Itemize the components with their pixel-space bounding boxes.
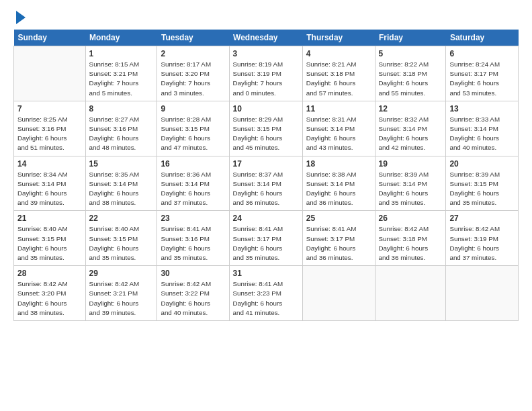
header-cell-monday: Monday <box>85 30 157 46</box>
day-number: 21 <box>17 214 82 223</box>
calendar-cell <box>375 266 446 321</box>
day-number: 3 <box>233 49 299 58</box>
day-number: 1 <box>89 49 154 58</box>
logo-arrow-icon <box>16 11 26 24</box>
day-number: 23 <box>161 214 225 223</box>
calendar-cell: 23Sunrise: 8:41 AM Sunset: 3:16 PM Dayli… <box>157 211 229 266</box>
day-number: 28 <box>17 269 82 278</box>
week-row-3: 21Sunrise: 8:40 AM Sunset: 3:15 PM Dayli… <box>14 211 519 266</box>
calendar-cell: 10Sunrise: 8:29 AM Sunset: 3:15 PM Dayli… <box>229 101 302 156</box>
header-row: SundayMondayTuesdayWednesdayThursdayFrid… <box>14 30 519 46</box>
day-number: 10 <box>233 104 299 113</box>
day-info: Sunrise: 8:21 AM Sunset: 3:18 PM Dayligh… <box>306 60 371 98</box>
day-number: 5 <box>379 49 443 58</box>
day-number: 26 <box>379 214 443 223</box>
day-info: Sunrise: 8:17 AM Sunset: 3:20 PM Dayligh… <box>161 60 225 98</box>
day-number: 6 <box>449 49 515 58</box>
calendar-cell: 20Sunrise: 8:39 AM Sunset: 3:15 PM Dayli… <box>446 156 519 211</box>
calendar-cell: 1Sunrise: 8:15 AM Sunset: 3:21 PM Daylig… <box>85 46 157 101</box>
day-number: 15 <box>89 159 154 169</box>
day-info: Sunrise: 8:24 AM Sunset: 3:17 PM Dayligh… <box>449 60 515 98</box>
day-info: Sunrise: 8:40 AM Sunset: 3:15 PM Dayligh… <box>17 224 82 263</box>
calendar-cell: 28Sunrise: 8:42 AM Sunset: 3:20 PM Dayli… <box>14 266 86 321</box>
day-number: 22 <box>89 214 154 223</box>
calendar-cell: 11Sunrise: 8:31 AM Sunset: 3:14 PM Dayli… <box>302 101 375 156</box>
day-info: Sunrise: 8:41 AM Sunset: 3:16 PM Dayligh… <box>161 224 225 263</box>
week-row-4: 28Sunrise: 8:42 AM Sunset: 3:20 PM Dayli… <box>14 266 519 321</box>
day-number: 30 <box>161 269 225 278</box>
day-info: Sunrise: 8:36 AM Sunset: 3:14 PM Dayligh… <box>161 170 225 208</box>
header-cell-wednesday: Wednesday <box>229 30 302 46</box>
day-info: Sunrise: 8:42 AM Sunset: 3:20 PM Dayligh… <box>17 279 82 318</box>
header-cell-sunday: Sunday <box>14 30 86 46</box>
day-info: Sunrise: 8:42 AM Sunset: 3:18 PM Dayligh… <box>379 224 443 263</box>
header-cell-thursday: Thursday <box>302 30 375 46</box>
calendar-cell: 24Sunrise: 8:41 AM Sunset: 3:17 PM Dayli… <box>229 211 302 266</box>
day-number: 20 <box>449 159 515 169</box>
calendar-cell: 21Sunrise: 8:40 AM Sunset: 3:15 PM Dayli… <box>14 211 86 266</box>
day-number: 29 <box>89 269 154 278</box>
day-info: Sunrise: 8:25 AM Sunset: 3:16 PM Dayligh… <box>17 115 82 153</box>
header <box>13 12 519 24</box>
calendar-cell: 15Sunrise: 8:35 AM Sunset: 3:14 PM Dayli… <box>85 156 157 211</box>
day-info: Sunrise: 8:15 AM Sunset: 3:21 PM Dayligh… <box>89 60 154 98</box>
day-number: 18 <box>306 159 371 169</box>
calendar-cell: 26Sunrise: 8:42 AM Sunset: 3:18 PM Dayli… <box>375 211 446 266</box>
day-number: 2 <box>161 49 225 58</box>
calendar-cell: 2Sunrise: 8:17 AM Sunset: 3:20 PM Daylig… <box>157 46 229 101</box>
day-info: Sunrise: 8:37 AM Sunset: 3:14 PM Dayligh… <box>233 170 299 208</box>
day-info: Sunrise: 8:41 AM Sunset: 3:17 PM Dayligh… <box>306 224 371 263</box>
calendar-cell <box>446 266 519 321</box>
calendar-cell: 5Sunrise: 8:22 AM Sunset: 3:18 PM Daylig… <box>375 46 446 101</box>
calendar-cell: 27Sunrise: 8:42 AM Sunset: 3:19 PM Dayli… <box>446 211 519 266</box>
calendar-cell: 7Sunrise: 8:25 AM Sunset: 3:16 PM Daylig… <box>14 101 86 156</box>
day-info: Sunrise: 8:31 AM Sunset: 3:14 PM Dayligh… <box>306 115 371 153</box>
day-number: 16 <box>161 159 225 169</box>
calendar-cell: 16Sunrise: 8:36 AM Sunset: 3:14 PM Dayli… <box>157 156 229 211</box>
calendar-cell: 29Sunrise: 8:42 AM Sunset: 3:21 PM Dayli… <box>85 266 157 321</box>
calendar-cell: 8Sunrise: 8:27 AM Sunset: 3:16 PM Daylig… <box>85 101 157 156</box>
week-row-0: 1Sunrise: 8:15 AM Sunset: 3:21 PM Daylig… <box>14 46 519 101</box>
header-cell-friday: Friday <box>375 30 446 46</box>
day-number: 27 <box>449 214 515 223</box>
calendar-cell: 18Sunrise: 8:38 AM Sunset: 3:14 PM Dayli… <box>302 156 375 211</box>
day-info: Sunrise: 8:29 AM Sunset: 3:15 PM Dayligh… <box>233 115 299 153</box>
day-number: 31 <box>233 269 299 278</box>
day-number: 12 <box>379 104 443 113</box>
day-number: 13 <box>449 104 515 113</box>
day-number: 19 <box>379 159 443 169</box>
calendar-cell: 19Sunrise: 8:39 AM Sunset: 3:14 PM Dayli… <box>375 156 446 211</box>
calendar-cell <box>14 46 86 101</box>
day-number: 4 <box>306 49 371 58</box>
day-number: 24 <box>233 214 299 223</box>
day-info: Sunrise: 8:38 AM Sunset: 3:14 PM Dayligh… <box>306 170 371 208</box>
day-info: Sunrise: 8:28 AM Sunset: 3:15 PM Dayligh… <box>161 115 225 153</box>
calendar-cell: 30Sunrise: 8:42 AM Sunset: 3:22 PM Dayli… <box>157 266 229 321</box>
day-info: Sunrise: 8:42 AM Sunset: 3:21 PM Dayligh… <box>89 279 154 318</box>
calendar-cell: 12Sunrise: 8:32 AM Sunset: 3:14 PM Dayli… <box>375 101 446 156</box>
header-cell-tuesday: Tuesday <box>157 30 229 46</box>
page: SundayMondayTuesdayWednesdayThursdayFrid… <box>0 0 532 411</box>
day-info: Sunrise: 8:39 AM Sunset: 3:15 PM Dayligh… <box>449 170 515 208</box>
calendar-cell: 14Sunrise: 8:34 AM Sunset: 3:14 PM Dayli… <box>14 156 86 211</box>
day-number: 17 <box>233 159 299 169</box>
calendar-body: 1Sunrise: 8:15 AM Sunset: 3:21 PM Daylig… <box>14 46 519 321</box>
calendar-cell <box>302 266 375 321</box>
day-info: Sunrise: 8:27 AM Sunset: 3:16 PM Dayligh… <box>89 115 154 153</box>
day-number: 11 <box>306 104 371 113</box>
day-info: Sunrise: 8:33 AM Sunset: 3:14 PM Dayligh… <box>449 115 515 153</box>
day-number: 7 <box>17 104 82 113</box>
calendar-header: SundayMondayTuesdayWednesdayThursdayFrid… <box>14 30 519 46</box>
week-row-2: 14Sunrise: 8:34 AM Sunset: 3:14 PM Dayli… <box>14 156 519 211</box>
logo <box>13 12 26 24</box>
week-row-1: 7Sunrise: 8:25 AM Sunset: 3:16 PM Daylig… <box>14 101 519 156</box>
header-cell-saturday: Saturday <box>446 30 519 46</box>
day-number: 25 <box>306 214 371 223</box>
day-number: 14 <box>17 159 82 169</box>
day-info: Sunrise: 8:42 AM Sunset: 3:22 PM Dayligh… <box>161 279 225 318</box>
day-info: Sunrise: 8:39 AM Sunset: 3:14 PM Dayligh… <box>379 170 443 208</box>
day-info: Sunrise: 8:22 AM Sunset: 3:18 PM Dayligh… <box>379 60 443 98</box>
calendar-cell: 13Sunrise: 8:33 AM Sunset: 3:14 PM Dayli… <box>446 101 519 156</box>
day-info: Sunrise: 8:35 AM Sunset: 3:14 PM Dayligh… <box>89 170 154 208</box>
calendar-cell: 31Sunrise: 8:41 AM Sunset: 3:23 PM Dayli… <box>229 266 302 321</box>
